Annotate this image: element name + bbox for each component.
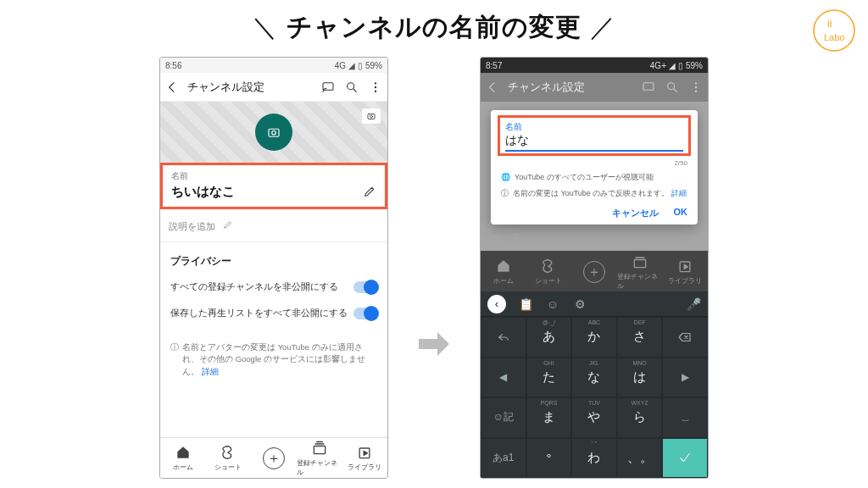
signal-icon: ◢	[348, 61, 355, 70]
app-bar: チャンネル設定	[160, 73, 387, 102]
chiilabo-logo: iiLabo	[810, 7, 858, 54]
key-emoji[interactable]: ☺記	[481, 397, 526, 438]
rename-dialog: 名前 はな 2/50 🌐 YouTube のすべてのユーザーが視聴可能 ⓘ 名前…	[491, 110, 698, 225]
details-link[interactable]: 詳細	[671, 189, 687, 197]
key-enter[interactable]	[662, 438, 708, 479]
privacy-hide-playlists[interactable]: 保存した再生リストをすべて非公開にする	[160, 300, 387, 326]
bg-desc: 説明を	[492, 227, 520, 240]
back-icon	[486, 80, 499, 94]
nav-create[interactable]: ＋	[251, 438, 297, 478]
home-icon	[495, 258, 512, 274]
search-icon	[665, 80, 679, 94]
cast-icon	[642, 80, 655, 94]
key-dakuten[interactable]: °	[526, 438, 572, 479]
cancel-button[interactable]: キャンセル	[612, 207, 659, 219]
kb-sticker-icon[interactable]: ☺	[545, 297, 560, 312]
key-ka[interactable]: ABCか	[571, 317, 617, 358]
dialog-info-visibility: 🌐 YouTube のすべてのユーザーが視聴可能	[501, 172, 687, 183]
svg-point-5	[375, 82, 376, 83]
key-ya[interactable]: TUVや	[571, 397, 617, 438]
status-bar: 8:56 4G ◢ ▯ 59%	[160, 58, 387, 73]
pencil-icon	[221, 218, 235, 231]
toggle-on-icon[interactable]	[353, 308, 377, 319]
bottom-nav-dimmed: ホーム ショート ＋ 登録チャンネル ライブラリ	[481, 251, 708, 291]
ok-button[interactable]: OK	[674, 207, 688, 219]
key-space[interactable]: ⎵	[662, 397, 708, 438]
key-ta[interactable]: GHIた	[526, 358, 572, 398]
kb-mic-icon[interactable]: 🎤	[686, 297, 701, 312]
status-battery: 59%	[686, 61, 703, 70]
channel-banner	[160, 102, 387, 163]
subscriptions-icon	[632, 253, 648, 270]
svg-rect-19	[634, 259, 645, 267]
toggle-on-icon[interactable]	[353, 281, 377, 293]
key-right[interactable]: ▶	[662, 358, 708, 398]
svg-rect-10	[368, 114, 375, 119]
dialog-name-input[interactable]: はな	[505, 133, 683, 152]
privacy-heading: プライバシー	[160, 242, 387, 274]
key-undo[interactable]	[481, 317, 526, 358]
status-time: 8:56	[165, 61, 181, 70]
bottom-nav: ホーム ショート ＋ 登録チャンネル ライブラリ	[160, 437, 387, 478]
nav-create: ＋	[571, 252, 617, 291]
kb-settings-icon[interactable]: ⚙	[572, 297, 587, 312]
svg-text:Labo: Labo	[824, 32, 844, 42]
battery-icon: ▯	[678, 61, 683, 70]
nav-library: ライブラリ	[662, 252, 708, 291]
back-icon[interactable]	[165, 80, 179, 94]
appbar-title: チャンネル設定	[508, 80, 585, 95]
avatar-camera-button[interactable]	[255, 114, 292, 151]
status-bar: 8:57 4G+ ◢ ▯ 59%	[481, 58, 708, 73]
key-na[interactable]: JKLな	[571, 358, 617, 398]
name-value: ちいはなこ	[171, 184, 376, 200]
subscriptions-icon	[311, 440, 328, 457]
key-backspace[interactable]	[662, 317, 708, 358]
nav-home[interactable]: ホーム	[160, 438, 206, 478]
status-network: 4G+	[650, 61, 666, 70]
status-network: 4G	[335, 61, 346, 70]
key-wa[interactable]: ' "わ	[571, 438, 617, 479]
privacy-hide-subscriptions[interactable]: すべての登録チャンネルを非公開にする	[160, 274, 387, 300]
plus-icon: ＋	[583, 261, 605, 283]
info-icon: ⓘ	[170, 341, 179, 378]
svg-rect-12	[314, 446, 325, 453]
kb-collapse-icon[interactable]: ‹	[487, 295, 506, 313]
key-ha[interactable]: MNOは	[617, 358, 663, 398]
cast-icon[interactable]	[321, 80, 335, 94]
library-icon	[676, 258, 693, 274]
channel-name-row[interactable]: 名前 ちいはなこ	[160, 163, 387, 209]
nav-shorts[interactable]: ショート	[206, 438, 252, 478]
soft-keyboard: ‹ 📋 ☺ ⚙ 🎤 @-_/あ ABCか DEFさ ◀ GHIた JKLな MN…	[481, 291, 708, 478]
banner-camera-button[interactable]	[362, 108, 381, 124]
key-sa[interactable]: DEFさ	[617, 317, 663, 358]
description-row[interactable]: 説明を追加	[160, 209, 387, 242]
appbar-title: チャンネル設定	[187, 80, 264, 95]
arrow-right-icon	[414, 324, 454, 364]
nav-subscriptions[interactable]: 登録チャンネル	[297, 438, 342, 478]
key-punct[interactable]: 、。	[617, 438, 663, 479]
app-bar-dimmed: チャンネル設定	[481, 73, 708, 102]
svg-point-15	[668, 83, 675, 90]
search-icon[interactable]	[345, 80, 359, 94]
key-a[interactable]: @-_/あ	[526, 317, 572, 358]
status-time: 8:57	[486, 61, 502, 70]
signal-icon: ◢	[669, 61, 676, 70]
shorts-icon	[220, 444, 236, 461]
pencil-icon[interactable]	[363, 185, 376, 198]
more-icon[interactable]	[369, 80, 382, 94]
key-mode[interactable]: あa1	[481, 438, 526, 479]
info-icon: ⓘ	[501, 188, 509, 199]
kb-clipboard-icon[interactable]: 📋	[518, 297, 533, 312]
svg-rect-14	[643, 83, 654, 91]
keyboard-grid: @-_/あ ABCか DEFさ ◀ GHIた JKLな MNOは ▶ ☺記 PQ…	[481, 317, 708, 478]
nav-library[interactable]: ライブラリ	[342, 438, 387, 478]
library-icon	[356, 444, 373, 461]
key-ra[interactable]: WXYZら	[617, 397, 663, 438]
key-left[interactable]: ◀	[481, 358, 526, 398]
globe-icon: 🌐	[501, 172, 510, 183]
details-link[interactable]: 詳細	[202, 367, 219, 376]
key-ma[interactable]: PQRSま	[526, 397, 572, 438]
nav-home: ホーム	[481, 252, 526, 291]
svg-point-16	[695, 83, 696, 84]
svg-point-4	[348, 82, 354, 89]
